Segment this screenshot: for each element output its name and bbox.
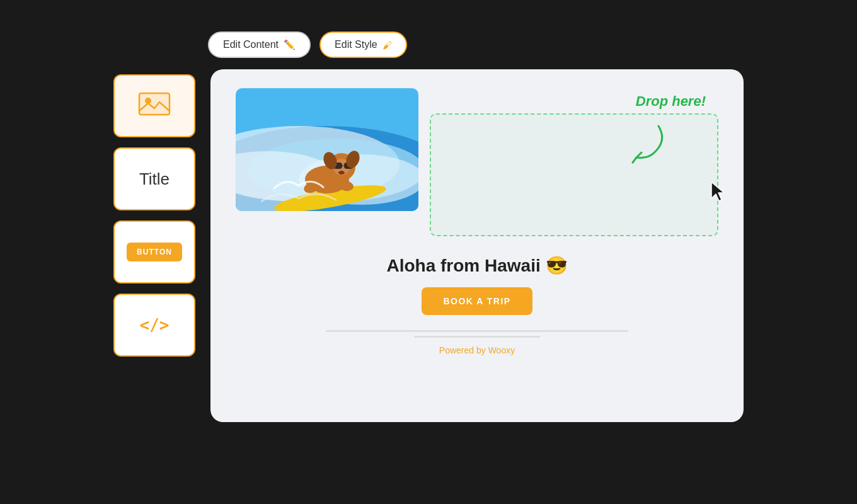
sidebar-item-code[interactable]: </> bbox=[113, 294, 195, 357]
drop-zone[interactable] bbox=[430, 113, 718, 236]
drop-here-label: Drop here! bbox=[636, 93, 706, 110]
image-icon bbox=[138, 88, 171, 123]
book-trip-button[interactable]: BOOK A TRIP bbox=[422, 287, 532, 315]
card-heading: Aloha from Hawaii 😎 bbox=[236, 255, 718, 276]
divider-line-long bbox=[326, 330, 628, 332]
sidebar-item-button[interactable]: BUTTON bbox=[113, 220, 195, 284]
divider-area bbox=[236, 330, 718, 338]
edit-content-label: Edit Content bbox=[223, 39, 279, 50]
powered-by: Powered by Wooxy bbox=[236, 345, 718, 355]
divider-line-short bbox=[414, 336, 540, 338]
main-container: Edit Content ✏️ Edit Style 🖌 bbox=[113, 32, 744, 472]
code-icon: </> bbox=[140, 316, 170, 335]
pencil-icon: ✏️ bbox=[284, 39, 296, 50]
edit-style-label: Edit Style bbox=[335, 39, 377, 50]
sidebar: Title BUTTON </> bbox=[113, 69, 195, 422]
powered-by-text: Powered by bbox=[439, 345, 488, 355]
surf-image bbox=[236, 88, 418, 211]
sidebar-item-image[interactable] bbox=[113, 74, 195, 137]
edit-style-button[interactable]: Edit Style 🖌 bbox=[319, 32, 407, 58]
edit-content-button[interactable]: Edit Content ✏️ bbox=[208, 32, 311, 58]
image-row: Drop here! bbox=[236, 88, 718, 236]
cta-button-wrap: BOOK A TRIP bbox=[236, 287, 718, 315]
powered-by-brand: Wooxy bbox=[488, 345, 515, 355]
svg-rect-0 bbox=[139, 93, 170, 115]
button-preview: BUTTON bbox=[127, 243, 182, 261]
brush-icon: 🖌 bbox=[382, 40, 392, 50]
content-area: Title BUTTON </> bbox=[113, 69, 744, 422]
canvas-area: Drop here! Aloha from Hawaii 😎 BOOK A TR… bbox=[210, 69, 744, 422]
title-label: Title bbox=[139, 169, 170, 189]
drop-arrow-icon bbox=[618, 120, 668, 164]
sidebar-item-title[interactable]: Title bbox=[113, 147, 195, 210]
svg-point-17 bbox=[338, 171, 345, 175]
toolbar: Edit Content ✏️ Edit Style 🖌 bbox=[208, 32, 407, 58]
